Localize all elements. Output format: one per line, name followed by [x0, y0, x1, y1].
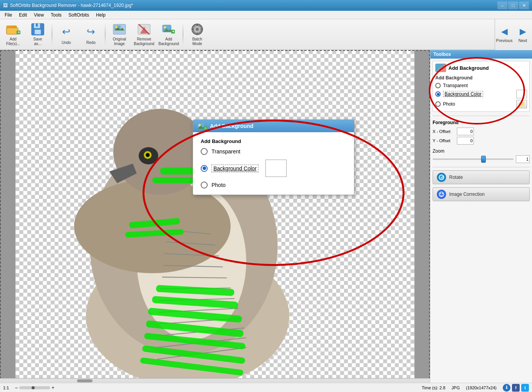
zoom-minus-icon[interactable]: –	[15, 385, 18, 390]
svg-rect-54	[153, 177, 196, 183]
dialog-title-bar[interactable]: + Add Background	[193, 120, 354, 132]
undo-button[interactable]: ↩ Undo	[55, 21, 78, 47]
app-title: SoftOrbits Background Remover - hawk-271…	[10, 3, 133, 8]
y-offset-input[interactable]	[457, 137, 474, 145]
save-as-button[interactable]: Saveas...	[26, 21, 49, 47]
svg-rect-8	[36, 24, 38, 27]
save-icon	[30, 23, 45, 36]
dialog-radio-photo[interactable]	[201, 182, 208, 188]
app-icon: 🖼	[3, 3, 8, 8]
rotate-icon: ✕	[437, 173, 446, 182]
zoom-slider-status[interactable]: – +	[15, 385, 54, 390]
svg-point-73	[440, 193, 441, 194]
menu-view[interactable]: View	[31, 12, 47, 19]
menu-tools[interactable]: Tools	[48, 12, 65, 19]
menu-help[interactable]: Help	[93, 12, 109, 19]
minimize-button[interactable]: –	[497, 2, 507, 9]
zoom-slider-thumb[interactable]	[481, 156, 486, 163]
toolbar: + AddFile(s)... Saveas... ↩ Undo ↪ Redo	[0, 19, 532, 50]
dialog-color-swatch[interactable]	[265, 160, 287, 177]
redo-button[interactable]: ↪ Redo	[79, 21, 102, 47]
zoom-plus-icon[interactable]: +	[52, 385, 54, 390]
statusbar: 1:1 – + Time (s): 2.8 JPG (1920x1477x24)…	[0, 383, 532, 392]
dialog-icon: +	[198, 122, 207, 130]
toolbox-section-header: Add Background	[435, 64, 527, 72]
rotate-button[interactable]: ✕ Rotate	[433, 170, 530, 184]
toolbox-radio-transparent-row[interactable]: Transparent	[435, 83, 527, 88]
zoom-ratio: 1:1	[3, 385, 9, 390]
add-background-label: AddBackground	[158, 37, 179, 46]
rotate-label: Rotate	[449, 175, 463, 180]
titlebar: 🖼 SoftOrbits Background Remover - hawk-2…	[0, 0, 532, 11]
toolbox-radio-photo-row[interactable]: Photo 📁	[435, 100, 527, 108]
add-background-icon: +	[161, 23, 176, 36]
canvas-scrollbar-horizontal[interactable]	[0, 378, 430, 383]
titlebar-controls: – □ ✕	[497, 2, 529, 9]
foreground-label: Foreground	[433, 120, 530, 125]
batch-mode-button[interactable]: BatchMode	[186, 21, 209, 47]
zoom-section: Zoom	[430, 148, 532, 165]
undo-label: Undo	[62, 40, 71, 45]
facebook-icon[interactable]: f	[512, 384, 520, 392]
dialog-radio-transparent[interactable]	[201, 148, 208, 155]
toolbox-radio-group: Transparent Background Color Photo	[435, 82, 527, 109]
zoom-slider-track[interactable]	[433, 158, 514, 160]
dialog-radio-bgcolor-row[interactable]: Background Color	[201, 160, 346, 177]
menu-edit[interactable]: Edit	[16, 12, 30, 19]
previous-button[interactable]: ◀ Previous	[495, 19, 514, 50]
save-as-label: Saveas...	[34, 37, 42, 46]
toolbox-radio-photo[interactable]	[435, 101, 441, 107]
dialog-radio-group: Transparent Background Color Photo	[201, 148, 346, 188]
statusbar-zoom-thumb[interactable]	[32, 386, 35, 389]
info-icon[interactable]: ℹ	[503, 384, 510, 392]
maximize-button[interactable]: □	[508, 2, 518, 9]
toolbox-photo-label: Photo	[443, 101, 455, 107]
add-background-button[interactable]: + AddBackground	[157, 21, 180, 47]
resolution-info: (1920x1477x24)	[466, 385, 497, 390]
remove-background-button[interactable]: RemoveBackground	[133, 21, 156, 47]
close-button[interactable]: ✕	[519, 2, 529, 9]
add-files-icon: +	[5, 23, 21, 36]
redo-icon: ↪	[83, 24, 99, 39]
time-value: 2.8	[440, 385, 445, 390]
twitter-icon[interactable]: t	[521, 384, 529, 392]
svg-rect-53	[160, 168, 195, 175]
foreground-section: Foreground X - Offset Y - Offset	[430, 118, 532, 148]
dialog-radio-transparent-row[interactable]: Transparent	[201, 148, 346, 155]
panel-divider-2	[433, 167, 530, 167]
next-label: Next	[519, 38, 527, 43]
dialog-radio-background-color[interactable]	[201, 165, 208, 172]
toolbox-radio-transparent[interactable]	[435, 83, 441, 88]
svg-point-66	[198, 124, 201, 126]
image-correction-button[interactable]: Image Correction	[433, 187, 530, 201]
svg-text:✕: ✕	[440, 176, 443, 180]
menu-file[interactable]: File	[2, 12, 15, 19]
dialog-title-text: Add Background	[210, 123, 253, 129]
toolbox-color-swatch[interactable]	[516, 90, 527, 98]
zoom-value-input[interactable]	[516, 155, 530, 163]
menu-softorbits[interactable]: SoftOrbits	[65, 12, 92, 19]
statusbar-zoom-track[interactable]	[19, 386, 50, 389]
toolbox-radio-bgcolor[interactable]	[435, 91, 441, 97]
original-image-button[interactable]: OriginalImage	[108, 21, 131, 47]
next-button[interactable]: ▶ Next	[514, 19, 532, 50]
svg-point-18	[164, 26, 166, 29]
x-offset-input[interactable]	[457, 128, 474, 135]
menubar: File Edit View Tools SoftOrbits Help	[0, 11, 532, 19]
canvas-area[interactable]: + Add Background Add Background Transpar…	[0, 50, 430, 383]
add-files-label: AddFile(s)...	[6, 37, 20, 46]
original-image-label: OriginalImage	[113, 37, 126, 46]
x-offset-label: X - Offset	[433, 129, 454, 134]
batch-mode-icon	[190, 23, 205, 36]
add-files-button[interactable]: + AddFile(s)...	[2, 21, 25, 47]
time-info: Time (s): 2.8	[422, 385, 445, 390]
toolbox-radio-bgcolor-row[interactable]: Background Color	[435, 90, 527, 98]
toolbox-add-bg-container: Add Background Add Background Transparen…	[433, 61, 530, 112]
zoom-row	[433, 155, 530, 163]
svg-text:+: +	[172, 29, 175, 34]
dialog-radio-photo-row[interactable]: Photo	[201, 182, 346, 188]
browse-photo-button[interactable]: 📁	[516, 100, 527, 108]
toolbar-divider-1	[52, 23, 52, 46]
next-arrow-icon: ▶	[520, 27, 526, 37]
scroll-thumb[interactable]	[77, 379, 92, 382]
